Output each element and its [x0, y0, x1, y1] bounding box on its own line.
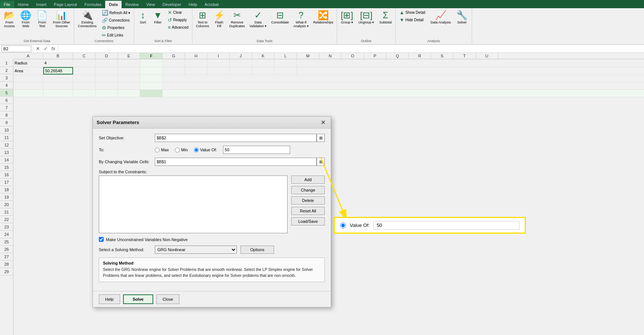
col-header-H[interactable]: H [185, 53, 207, 59]
cell-L2[interactable] [274, 67, 297, 75]
cell-A2[interactable]: Area [13, 67, 43, 75]
edit-links-button[interactable]: ✏ Edit Links [100, 32, 132, 39]
col-header-D[interactable]: D [95, 53, 118, 59]
group-button[interactable]: [⊞] Group ▾ [339, 9, 355, 25]
row-header-19[interactable]: 19 [0, 193, 13, 201]
min-radio-label[interactable]: Min [175, 148, 188, 152]
solve-button[interactable]: Solve [123, 294, 153, 304]
max-radio[interactable] [155, 148, 160, 152]
cell-B2[interactable]: 50.26548 [43, 67, 73, 75]
set-objective-input[interactable]: $B$2 [155, 134, 317, 142]
row-header-6[interactable]: 6 [0, 97, 13, 104]
data-validation-button[interactable]: ✓ DataValidation ▾ [248, 9, 268, 29]
row-header-20[interactable]: 20 [0, 201, 13, 208]
cell-G2[interactable] [163, 67, 185, 75]
tab-file[interactable]: File [0, 1, 14, 8]
tab-home[interactable]: Home [14, 1, 32, 8]
make-unconstrained-checkbox[interactable] [99, 237, 104, 242]
cell-H2[interactable] [185, 67, 207, 75]
relationships-button[interactable]: 🔀 Relationships [311, 9, 335, 25]
col-header-A[interactable]: A [13, 53, 43, 59]
row-header-1[interactable]: 1 [0, 59, 13, 67]
col-header-Q[interactable]: Q [386, 53, 409, 59]
cell-L1[interactable] [274, 59, 297, 67]
filter-button[interactable]: ▼ Filter [151, 9, 165, 25]
row-header-2[interactable]: 2 [0, 67, 13, 74]
change-button[interactable]: Change [291, 186, 325, 194]
cell-J2[interactable] [230, 67, 252, 75]
cell-E1[interactable] [118, 59, 140, 67]
cell-K2[interactable] [252, 67, 274, 75]
consolidate-button[interactable]: ⊟ Consolidate [269, 9, 291, 25]
row-header-27[interactable]: 27 [0, 253, 13, 260]
row-header-10[interactable]: 10 [0, 126, 13, 134]
cell-J1[interactable] [230, 59, 252, 67]
advanced-button[interactable]: ≡ Advanced [166, 24, 191, 31]
row-header-18[interactable]: 18 [0, 186, 13, 193]
row-header-14[interactable]: 14 [0, 156, 13, 164]
cell-I2[interactable] [207, 67, 230, 75]
tab-formulas[interactable]: Formulas [81, 1, 105, 8]
from-access-button[interactable]: 📂 FromAccess [1, 9, 17, 29]
enter-icon[interactable]: ✓ [43, 46, 49, 51]
flash-fill-button[interactable]: ⚡ FlashFill [212, 9, 227, 29]
row-header-9[interactable]: 9 [0, 119, 13, 126]
col-header-N[interactable]: N [319, 53, 342, 59]
row-header-26[interactable]: 26 [0, 246, 13, 253]
show-detail-button[interactable]: ▲ Show Detail [397, 9, 427, 16]
value-of-input[interactable]: 50 [223, 146, 290, 154]
data-analysis-button[interactable]: 📈 Data Analysis [428, 9, 453, 25]
cell-A1[interactable]: Radius [13, 59, 43, 67]
cell-C1[interactable] [73, 59, 95, 67]
constraints-area[interactable] [99, 176, 288, 233]
cell-F2[interactable] [140, 67, 163, 75]
hide-detail-button[interactable]: ▼ Hide Detail [397, 16, 427, 23]
value-of-radio[interactable] [194, 148, 199, 152]
col-header-K[interactable]: K [252, 53, 274, 59]
what-if-analysis-button[interactable]: ? What-IfAnalysis ▾ [292, 9, 311, 29]
row-header-17[interactable]: 17 [0, 178, 13, 186]
row-header-13[interactable]: 13 [0, 149, 13, 156]
tab-review[interactable]: Review [122, 1, 142, 8]
dialog-close-button[interactable]: ✕ [319, 119, 327, 126]
col-header-M[interactable]: M [297, 53, 319, 59]
row-header-12[interactable]: 12 [0, 141, 13, 149]
col-header-E[interactable]: E [118, 53, 140, 59]
existing-connections-button[interactable]: 🔌 ExistingConnections [76, 9, 99, 29]
close-button[interactable]: Close [156, 294, 179, 304]
col-header-G[interactable]: G [163, 53, 185, 59]
row-header-7[interactable]: 7 [0, 104, 13, 111]
col-header-F[interactable]: F [140, 53, 163, 59]
tab-data[interactable]: Data [105, 1, 122, 8]
cancel-icon[interactable]: ✕ [35, 46, 41, 51]
row-header-25[interactable]: 25 [0, 238, 13, 246]
clear-button[interactable]: ✕ Clear [166, 9, 191, 16]
by-changing-cell-ref-button[interactable]: ⊞ [317, 158, 325, 166]
by-changing-input[interactable]: $B$1 [155, 158, 317, 166]
remove-duplicates-button[interactable]: ✂ RemoveDuplicates [227, 9, 247, 29]
cell-rest-1[interactable] [297, 59, 644, 67]
cell-G1[interactable] [163, 59, 185, 67]
row-header-16[interactable]: 16 [0, 171, 13, 178]
from-other-sources-button[interactable]: 📊 From OtherSources [51, 9, 72, 29]
row-header-23[interactable]: 23 [0, 223, 13, 231]
cell-H1[interactable] [185, 59, 207, 67]
row-header-4[interactable]: 4 [0, 82, 13, 89]
row-header-3[interactable]: 3 [0, 74, 13, 82]
col-header-P[interactable]: P [364, 53, 386, 59]
cell-rest-2[interactable] [297, 67, 644, 75]
col-header-C[interactable]: C [73, 53, 95, 59]
cell-D2[interactable] [95, 67, 118, 75]
row-header-15[interactable]: 15 [0, 164, 13, 171]
cell-F1[interactable] [140, 59, 163, 67]
row-header-28[interactable]: 28 [0, 260, 13, 268]
col-header-U[interactable]: U [476, 53, 498, 59]
cell-E2[interactable] [118, 67, 140, 75]
col-header-L[interactable]: L [274, 53, 297, 59]
row-header-5[interactable]: 5 [0, 89, 13, 97]
load-save-button[interactable]: Load/Save [291, 217, 325, 225]
tab-page-layout[interactable]: Page Layout [50, 1, 81, 8]
delete-button[interactable]: Delete [291, 196, 325, 205]
cell-I1[interactable] [207, 59, 230, 67]
cell-C2[interactable] [73, 67, 95, 75]
